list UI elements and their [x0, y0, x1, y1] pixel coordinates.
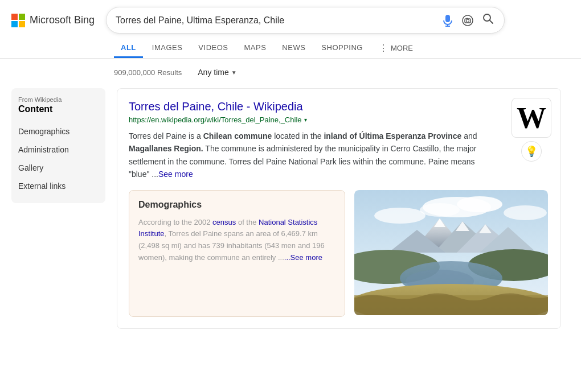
more-label: MORE: [391, 44, 413, 52]
chevron-down-icon: ▼: [231, 69, 237, 76]
wiki-logo-area: W 💡: [512, 98, 551, 162]
result-snippet: Torres del Paine is a Chilean commune lo…: [129, 130, 492, 181]
logo-blue: [11, 21, 18, 27]
tab-maps[interactable]: MAPS: [237, 39, 273, 58]
search-bar-container: [106, 7, 505, 34]
census-link[interactable]: census: [212, 218, 236, 226]
tab-all[interactable]: ALL: [114, 39, 143, 58]
tab-news[interactable]: NEWS: [275, 39, 312, 58]
camera-icon[interactable]: [461, 14, 474, 27]
bing-logo[interactable]: Microsoft Bing: [11, 14, 95, 27]
demographics-section: Demographics According to the 2002 censu…: [129, 190, 549, 317]
search-button[interactable]: [481, 12, 495, 28]
url-dropdown-icon[interactable]: ▾: [304, 117, 307, 123]
svg-point-7: [484, 14, 490, 21]
result-url-row: https://en.wikipedia.org/wiki/Torres_del…: [129, 115, 549, 124]
svg-rect-0: [445, 15, 450, 22]
bing-logo-text: Microsoft Bing: [30, 14, 95, 26]
main-content: From Wikipedia Content Demographics Admi…: [0, 88, 581, 329]
sidebar: From Wikipedia Content Demographics Admi…: [11, 88, 105, 203]
tab-shopping[interactable]: SHOPPING: [314, 39, 370, 58]
wikipedia-logo: W: [512, 98, 551, 138]
bing-logo-grid: [11, 14, 25, 27]
demo-text-mid1: of the: [236, 218, 259, 226]
snippet-bold3: Magallanes Region.: [129, 144, 203, 153]
demographics-box-title: Demographics: [138, 200, 335, 210]
snippet-bold2: inland of Última Esperanza Province: [324, 131, 461, 141]
search-bar: [106, 7, 505, 34]
nav-tabs: ALL IMAGES VIDEOS MAPS NEWS SHOPPING ⋮ M…: [0, 34, 581, 59]
demographics-box-text: According to the 2002 census of the Nati…: [138, 217, 335, 264]
lightbulb-icon[interactable]: 💡: [521, 141, 542, 162]
svg-point-3: [463, 15, 473, 26]
demo-see-more[interactable]: ...See more: [284, 253, 322, 262]
svg-line-8: [490, 20, 493, 23]
time-filter-button[interactable]: Any time ▼: [193, 65, 241, 79]
search-input[interactable]: [116, 15, 436, 26]
svg-rect-6: [467, 18, 468, 19]
snippet-pre: Torres del Paine is a: [129, 131, 203, 141]
snippet-see-more[interactable]: See more: [158, 170, 193, 179]
results-count: 909,000,000 Results: [114, 68, 182, 77]
landscape-image: [354, 190, 548, 317]
time-filter-label: Any time: [198, 68, 228, 77]
tab-more[interactable]: ⋮ MORE: [372, 38, 420, 58]
results-bar: 909,000,000 Results Any time ▼: [0, 59, 581, 84]
microphone-icon[interactable]: [441, 13, 454, 28]
logo-green: [19, 14, 25, 20]
svg-point-13: [374, 208, 425, 224]
svg-point-14: [504, 205, 547, 220]
landscape-svg: [354, 190, 548, 315]
result-title[interactable]: Torres del Paine, Chile - Wikipedia: [129, 100, 492, 113]
sidebar-title: Content: [18, 104, 99, 114]
demographics-box: Demographics According to the 2002 censu…: [129, 190, 345, 317]
wiki-logo-char: W: [517, 101, 546, 135]
svg-point-5: [467, 19, 469, 22]
sidebar-from: From Wikipedia: [18, 96, 99, 103]
sidebar-item-administration[interactable]: Administration: [18, 141, 99, 159]
search-results: W 💡 Torres del Paine, Chile - Wikipedia …: [117, 88, 561, 329]
sidebar-item-gallery[interactable]: Gallery: [18, 159, 99, 177]
snippet-mid1: located in the: [272, 131, 324, 141]
search-icons: [441, 12, 495, 28]
sidebar-item-external-links[interactable]: External links: [18, 177, 99, 195]
tab-images[interactable]: IMAGES: [145, 39, 190, 58]
snippet-bold1: Chilean commune: [203, 131, 272, 141]
header: Microsoft Bing: [0, 0, 581, 34]
wiki-result-card: W 💡 Torres del Paine, Chile - Wikipedia …: [117, 88, 561, 329]
svg-point-12: [420, 203, 460, 217]
result-url[interactable]: https://en.wikipedia.org/wiki/Torres_del…: [129, 115, 302, 124]
sidebar-item-demographics[interactable]: Demographics: [18, 122, 99, 141]
svg-point-11: [457, 196, 502, 212]
tab-videos[interactable]: VIDEOS: [191, 39, 235, 58]
logo-yellow: [19, 21, 25, 27]
logo-red: [11, 14, 18, 20]
demo-text-pre: According to the 2002: [138, 218, 212, 226]
snippet-mid2: and: [461, 131, 477, 141]
